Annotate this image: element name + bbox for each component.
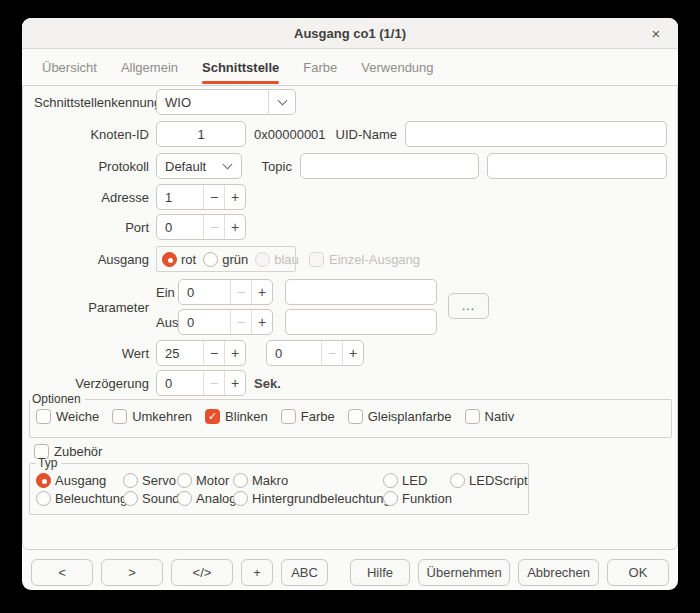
chevron-down-icon: [269, 100, 295, 104]
increment-button[interactable]: +: [224, 185, 245, 209]
adresse-value[interactable]: 1: [157, 185, 203, 209]
wert-value-2[interactable]: 0: [267, 341, 321, 365]
radio-icon: [233, 473, 248, 488]
schnittstellenkennung-value: WIO: [157, 95, 268, 110]
checkbox-checked-icon: ✓: [205, 409, 220, 424]
radio-gruen[interactable]: grün: [203, 252, 248, 267]
increment-button[interactable]: +: [251, 310, 272, 334]
title-bar: Ausgang co1 (1/1) ×: [22, 18, 678, 49]
code-button[interactable]: </>: [171, 559, 233, 586]
radio-blau: blau: [255, 252, 299, 267]
decrement-button: −: [321, 341, 342, 365]
increment-button[interactable]: +: [224, 215, 245, 239]
window-title: Ausgang co1 (1/1): [294, 26, 406, 41]
abbrechen-button[interactable]: Abbrechen: [518, 559, 599, 586]
radio-icon: [383, 473, 398, 488]
uid-name-label: UID-Name: [336, 127, 397, 142]
aus-value[interactable]: 0: [179, 310, 230, 334]
uid-name-input[interactable]: [405, 121, 667, 147]
radio-icon: [177, 473, 192, 488]
tab-allgemein[interactable]: Allgemein: [121, 49, 178, 85]
abc-button[interactable]: ABC: [281, 559, 328, 586]
knoten-id-input[interactable]: [156, 121, 246, 147]
checkbox-icon: [348, 409, 363, 424]
checkbox-einzel-ausgang: Einzel-Ausgang: [309, 252, 420, 267]
button-bar: < > </> + ABC Hilfe Übernehmen Abbrechen…: [22, 558, 678, 586]
checkbox-farbe[interactable]: Farbe: [281, 409, 335, 424]
tab-content: Schnittstellenkennung WIO Knoten-ID 0x00…: [22, 85, 678, 550]
radio-ledscript[interactable]: LEDScript: [450, 471, 528, 489]
topic-input-2[interactable]: [487, 153, 667, 179]
parameter-more-button[interactable]: ...: [448, 293, 489, 319]
decrement-button[interactable]: −: [203, 341, 224, 365]
radio-icon: [450, 473, 465, 488]
decrement-button: −: [230, 310, 251, 334]
row-schnittstellenkennung: Schnittstellenkennung WIO: [34, 89, 667, 115]
sek-unit-label: Sek.: [254, 376, 281, 391]
checkbox-weiche[interactable]: Weiche: [36, 409, 99, 424]
increment-button[interactable]: +: [251, 280, 272, 304]
ok-button[interactable]: OK: [607, 559, 669, 586]
radio-motor[interactable]: Motor: [177, 471, 233, 489]
add-button[interactable]: +: [241, 559, 273, 586]
decrement-button[interactable]: −: [203, 185, 224, 209]
radio-servo[interactable]: Servo: [123, 471, 177, 489]
port-label: Port: [34, 220, 149, 235]
radio-selected-icon: [36, 473, 51, 488]
aus-text-input[interactable]: [285, 309, 437, 335]
ein-text-input[interactable]: [285, 279, 437, 305]
radio-icon: [233, 491, 248, 506]
prev-button[interactable]: <: [31, 559, 93, 586]
next-button[interactable]: >: [101, 559, 163, 586]
checkbox-umkehren[interactable]: Umkehren: [112, 409, 192, 424]
radio-funktion[interactable]: Funktion: [383, 489, 450, 507]
radio-rot[interactable]: rot: [162, 252, 196, 267]
port-value[interactable]: 0: [157, 215, 203, 239]
knoten-id-label: Knoten-ID: [34, 127, 149, 142]
wert-spinner-2: 0 − +: [266, 340, 364, 366]
radio-icon: [123, 491, 138, 506]
protokoll-value: Default: [157, 159, 215, 174]
typ-radio-row-2: Beleuchtung Sound Analog Hintergrundbele…: [36, 489, 528, 507]
checkbox-icon: [309, 252, 324, 267]
radio-beleuchtung[interactable]: Beleuchtung: [36, 489, 123, 507]
topic-input-1[interactable]: [300, 153, 480, 179]
chevron-down-icon: [215, 164, 241, 168]
protokoll-label: Protokoll: [34, 159, 149, 174]
radio-sound[interactable]: Sound: [123, 489, 177, 507]
optionen-checkbox-row: Weiche Umkehren ✓ Blinken Farbe Gleispla…: [30, 406, 671, 424]
close-icon[interactable]: ×: [645, 18, 667, 49]
radio-analog[interactable]: Analog: [177, 489, 233, 507]
protokoll-select[interactable]: Default: [156, 153, 242, 179]
row-parameter-aus: Aus 0 − +: [156, 309, 667, 335]
radio-ausgang[interactable]: Ausgang: [36, 471, 123, 489]
ausgang-label: Ausgang: [34, 252, 149, 267]
hilfe-button[interactable]: Hilfe: [350, 559, 410, 586]
schnittstellenkennung-select[interactable]: WIO: [156, 89, 296, 115]
dialog-window: Ausgang co1 (1/1) × Übersicht Allgemein …: [22, 18, 678, 590]
decrement-button: −: [203, 215, 224, 239]
radio-led[interactable]: LED: [383, 471, 450, 489]
tab-schnittstelle[interactable]: Schnittstelle: [202, 49, 279, 85]
checkbox-gleisplanfarbe[interactable]: Gleisplanfarbe: [348, 409, 452, 424]
increment-button[interactable]: +: [342, 341, 363, 365]
verzoegerung-label: Verzögerung: [34, 376, 149, 391]
tab-verwendung[interactable]: Verwendung: [361, 49, 433, 85]
ein-label: Ein: [156, 285, 174, 300]
checkbox-blinken[interactable]: ✓ Blinken: [205, 409, 268, 424]
typ-radio-row-1: Ausgang Servo Motor Makro LED: [36, 471, 528, 489]
radio-makro[interactable]: Makro: [233, 471, 383, 489]
checkbox-nativ[interactable]: Nativ: [465, 409, 515, 424]
increment-button[interactable]: +: [224, 341, 245, 365]
adresse-label: Adresse: [34, 190, 149, 205]
ein-value[interactable]: 0: [179, 280, 230, 304]
tab-uebersicht[interactable]: Übersicht: [42, 49, 97, 85]
wert-value-1[interactable]: 25: [157, 341, 203, 365]
checkbox-icon: [112, 409, 127, 424]
row-protokoll: Protokoll Default Topic: [34, 153, 667, 179]
radio-selected-icon: [162, 252, 177, 267]
tab-farbe[interactable]: Farbe: [303, 49, 337, 85]
row-knoten-id: Knoten-ID 0x00000001 UID-Name: [34, 121, 667, 147]
radio-hintergrundbeleuchtung[interactable]: Hintergrundbeleuchtung: [233, 489, 383, 507]
uebernehmen-button[interactable]: Übernehmen: [418, 559, 510, 586]
